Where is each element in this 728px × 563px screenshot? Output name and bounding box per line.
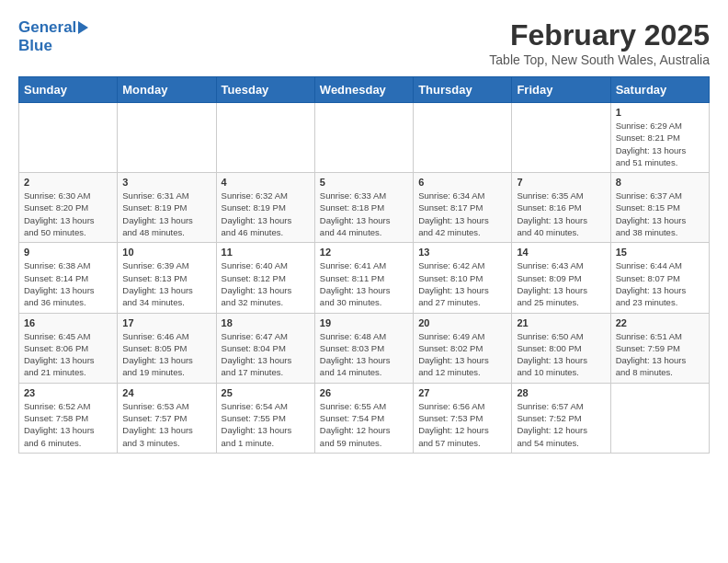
day-number: 19 — [320, 317, 408, 328]
weekday-header-tuesday: Tuesday — [216, 77, 314, 103]
day-number: 8 — [616, 177, 704, 188]
day-info: Sunrise: 6:37 AM Sunset: 8:15 PM Dayligh… — [616, 190, 704, 238]
day-info: Sunrise: 6:35 AM Sunset: 8:16 PM Dayligh… — [517, 190, 605, 238]
day-info: Sunrise: 6:30 AM Sunset: 8:20 PM Dayligh… — [24, 190, 112, 238]
day-number: 17 — [122, 317, 210, 328]
day-info: Sunrise: 6:55 AM Sunset: 7:54 PM Dayligh… — [320, 400, 408, 449]
calendar-day-23: 23Sunrise: 6:52 AM Sunset: 7:58 PM Dayli… — [19, 383, 118, 453]
calendar-week-row: 23Sunrise: 6:52 AM Sunset: 7:58 PM Dayli… — [19, 383, 710, 453]
day-info: Sunrise: 6:57 AM Sunset: 7:52 PM Dayligh… — [517, 400, 605, 449]
day-info: Sunrise: 6:50 AM Sunset: 8:00 PM Dayligh… — [517, 330, 605, 379]
calendar-day-1: 1Sunrise: 6:29 AM Sunset: 8:21 PM Daylig… — [610, 103, 709, 173]
calendar-day-18: 18Sunrise: 6:47 AM Sunset: 8:04 PM Dayli… — [216, 313, 314, 383]
weekday-header-sunday: Sunday — [19, 77, 118, 103]
day-number: 14 — [517, 247, 605, 258]
calendar-day-20: 20Sunrise: 6:49 AM Sunset: 8:02 PM Dayli… — [414, 313, 512, 383]
weekday-header-thursday: Thursday — [414, 77, 512, 103]
calendar-day-7: 7Sunrise: 6:35 AM Sunset: 8:16 PM Daylig… — [512, 173, 610, 243]
calendar-day-11: 11Sunrise: 6:40 AM Sunset: 8:12 PM Dayli… — [216, 243, 314, 313]
day-info: Sunrise: 6:51 AM Sunset: 7:59 PM Dayligh… — [616, 330, 704, 379]
calendar-day-8: 8Sunrise: 6:37 AM Sunset: 8:15 PM Daylig… — [610, 173, 709, 243]
day-number: 26 — [320, 387, 408, 398]
page-title: February 2025 — [489, 18, 710, 52]
calendar-empty-cell — [118, 103, 216, 173]
calendar-empty-cell — [414, 103, 512, 173]
day-number: 13 — [418, 247, 506, 258]
day-number: 5 — [320, 177, 408, 188]
day-info: Sunrise: 6:41 AM Sunset: 8:11 PM Dayligh… — [320, 259, 408, 308]
calendar-day-24: 24Sunrise: 6:53 AM Sunset: 7:57 PM Dayli… — [118, 383, 216, 453]
day-number: 22 — [616, 317, 704, 328]
calendar-empty-cell — [314, 103, 413, 173]
day-number: 1 — [616, 107, 704, 118]
day-number: 4 — [222, 177, 310, 188]
header: General Blue February 2025 Table Top, Ne… — [18, 18, 710, 67]
day-number: 27 — [418, 387, 506, 398]
calendar-day-21: 21Sunrise: 6:50 AM Sunset: 8:00 PM Dayli… — [512, 313, 610, 383]
calendar-day-2: 2Sunrise: 6:30 AM Sunset: 8:20 PM Daylig… — [19, 173, 118, 243]
day-number: 23 — [24, 387, 112, 398]
day-info: Sunrise: 6:48 AM Sunset: 8:03 PM Dayligh… — [320, 330, 408, 379]
day-info: Sunrise: 6:38 AM Sunset: 8:14 PM Dayligh… — [24, 259, 112, 308]
day-number: 18 — [222, 317, 310, 328]
calendar-day-16: 16Sunrise: 6:45 AM Sunset: 8:06 PM Dayli… — [19, 313, 118, 383]
calendar-day-17: 17Sunrise: 6:46 AM Sunset: 8:05 PM Dayli… — [118, 313, 216, 383]
day-info: Sunrise: 6:49 AM Sunset: 8:02 PM Dayligh… — [418, 330, 506, 379]
day-number: 10 — [122, 247, 210, 258]
logo: General Blue — [18, 18, 88, 55]
day-info: Sunrise: 6:40 AM Sunset: 8:12 PM Dayligh… — [222, 259, 310, 308]
calendar-day-25: 25Sunrise: 6:54 AM Sunset: 7:55 PM Dayli… — [216, 383, 314, 453]
day-info: Sunrise: 6:34 AM Sunset: 8:17 PM Dayligh… — [418, 190, 506, 238]
day-info: Sunrise: 6:44 AM Sunset: 8:07 PM Dayligh… — [616, 259, 704, 308]
calendar-day-13: 13Sunrise: 6:42 AM Sunset: 8:10 PM Dayli… — [414, 243, 512, 313]
calendar-empty-cell — [610, 383, 709, 453]
calendar-empty-cell — [19, 103, 118, 173]
calendar-header-row: SundayMondayTuesdayWednesdayThursdayFrid… — [19, 77, 710, 103]
calendar: SundayMondayTuesdayWednesdayThursdayFrid… — [18, 76, 710, 454]
weekday-header-saturday: Saturday — [610, 77, 709, 103]
calendar-day-5: 5Sunrise: 6:33 AM Sunset: 8:18 PM Daylig… — [314, 173, 413, 243]
calendar-week-row: 1Sunrise: 6:29 AM Sunset: 8:21 PM Daylig… — [19, 103, 710, 173]
calendar-day-6: 6Sunrise: 6:34 AM Sunset: 8:17 PM Daylig… — [414, 173, 512, 243]
day-info: Sunrise: 6:47 AM Sunset: 8:04 PM Dayligh… — [222, 330, 310, 379]
weekday-header-monday: Monday — [118, 77, 216, 103]
calendar-day-15: 15Sunrise: 6:44 AM Sunset: 8:07 PM Dayli… — [610, 243, 709, 313]
day-number: 6 — [418, 177, 506, 188]
day-number: 12 — [320, 247, 408, 258]
day-info: Sunrise: 6:45 AM Sunset: 8:06 PM Dayligh… — [24, 330, 112, 379]
day-number: 20 — [418, 317, 506, 328]
day-number: 9 — [24, 247, 112, 258]
title-section: February 2025 Table Top, New South Wales… — [489, 18, 710, 67]
calendar-day-10: 10Sunrise: 6:39 AM Sunset: 8:13 PM Dayli… — [118, 243, 216, 313]
calendar-empty-cell — [512, 103, 610, 173]
calendar-day-3: 3Sunrise: 6:31 AM Sunset: 8:19 PM Daylig… — [118, 173, 216, 243]
day-info: Sunrise: 6:39 AM Sunset: 8:13 PM Dayligh… — [122, 259, 210, 308]
day-number: 3 — [122, 177, 210, 188]
day-number: 15 — [616, 247, 704, 258]
page-subtitle: Table Top, New South Wales, Australia — [489, 52, 710, 67]
day-number: 24 — [122, 387, 210, 398]
day-info: Sunrise: 6:54 AM Sunset: 7:55 PM Dayligh… — [222, 400, 310, 449]
day-number: 28 — [517, 387, 605, 398]
logo-blue: Blue — [18, 37, 52, 54]
calendar-day-12: 12Sunrise: 6:41 AM Sunset: 8:11 PM Dayli… — [314, 243, 413, 313]
calendar-day-14: 14Sunrise: 6:43 AM Sunset: 8:09 PM Dayli… — [512, 243, 610, 313]
logo-arrow-icon — [78, 21, 88, 34]
day-number: 7 — [517, 177, 605, 188]
day-info: Sunrise: 6:52 AM Sunset: 7:58 PM Dayligh… — [24, 400, 112, 449]
calendar-week-row: 16Sunrise: 6:45 AM Sunset: 8:06 PM Dayli… — [19, 313, 710, 383]
weekday-header-wednesday: Wednesday — [314, 77, 413, 103]
day-number: 11 — [222, 247, 310, 258]
calendar-day-26: 26Sunrise: 6:55 AM Sunset: 7:54 PM Dayli… — [314, 383, 413, 453]
calendar-week-row: 9Sunrise: 6:38 AM Sunset: 8:14 PM Daylig… — [19, 243, 710, 313]
day-number: 16 — [24, 317, 112, 328]
day-info: Sunrise: 6:53 AM Sunset: 7:57 PM Dayligh… — [122, 400, 210, 449]
day-info: Sunrise: 6:56 AM Sunset: 7:53 PM Dayligh… — [418, 400, 506, 449]
day-info: Sunrise: 6:46 AM Sunset: 8:05 PM Dayligh… — [122, 330, 210, 379]
day-number: 21 — [517, 317, 605, 328]
calendar-day-9: 9Sunrise: 6:38 AM Sunset: 8:14 PM Daylig… — [19, 243, 118, 313]
calendar-day-19: 19Sunrise: 6:48 AM Sunset: 8:03 PM Dayli… — [314, 313, 413, 383]
day-info: Sunrise: 6:42 AM Sunset: 8:10 PM Dayligh… — [418, 259, 506, 308]
logo-general: General — [18, 18, 76, 37]
day-info: Sunrise: 6:43 AM Sunset: 8:09 PM Dayligh… — [517, 259, 605, 308]
